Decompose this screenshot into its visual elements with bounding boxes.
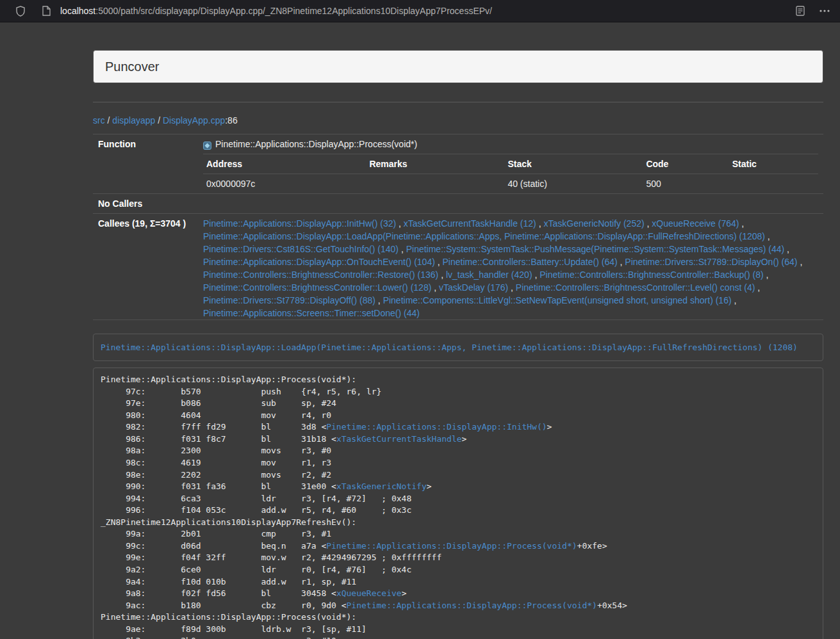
selected-symbol-link[interactable]: Pinetime::Applications::DisplayApp::Load… — [101, 343, 798, 352]
callee-separator: , — [798, 257, 803, 267]
page-icon[interactable] — [38, 3, 54, 19]
callee-separator: , — [618, 257, 625, 267]
browser-toolbar: localhost:5000/path/src/displayapp/Displ… — [0, 0, 840, 22]
url-path: :5000/path/src/displayapp/DisplayApp.cpp… — [95, 6, 492, 16]
callee-link[interactable]: xTaskGenericNotify (252) — [543, 218, 644, 229]
static-cell — [729, 174, 818, 194]
function-name: Pinetime::Applications::DisplayApp::Proc… — [215, 138, 417, 150]
metrics-header-row: Address Remarks Stack Code Static — [203, 154, 818, 174]
callee-link[interactable]: Pinetime::Controllers::BrightnessControl… — [203, 282, 431, 293]
callee-separator: , — [399, 244, 406, 254]
code-symbol-link[interactable]: xQueueReceive — [336, 588, 402, 598]
callee-separator: , — [375, 295, 383, 305]
breadcrumb-link[interactable]: src — [93, 115, 105, 125]
breadcrumb-separator: / — [105, 115, 113, 125]
url-bar[interactable]: localhost:5000/path/src/displayapp/Displ… — [60, 6, 492, 16]
callee-link[interactable]: xQueueReceive (764) — [652, 218, 739, 229]
code-symbol-link[interactable]: xTaskGenericNotify — [336, 481, 427, 491]
code-symbol-link[interactable]: xTaskGetCurrentTaskHandle — [336, 434, 462, 444]
url-host: localhost — [60, 6, 95, 16]
page-title: Puncover — [105, 60, 811, 74]
code-symbol-link[interactable]: Pinetime::Applications::DisplayApp::Init… — [326, 422, 547, 432]
callee-separator: , — [765, 231, 770, 241]
callee-link[interactable]: Pinetime::Controllers::BrightnessControl… — [203, 270, 438, 280]
function-type-icon — [203, 140, 211, 149]
col-static: Static — [729, 154, 818, 174]
function-row: Function Pinetime::Applications::Display… — [93, 134, 823, 194]
selected-symbol-box: Pinetime::Applications::DisplayApp::Load… — [93, 334, 823, 361]
callee-link[interactable]: Pinetime::Drivers::St7789::DisplayOn() (… — [625, 257, 797, 267]
callee-separator: , — [784, 244, 789, 254]
callee-separator: , — [435, 257, 443, 267]
callee-link[interactable]: Pinetime::Drivers::St7789::DisplayOff() … — [203, 295, 375, 305]
no-callers-label: No Callers — [93, 194, 198, 214]
callee-separator: , — [536, 218, 544, 229]
function-table: Function Pinetime::Applications::Display… — [93, 134, 823, 320]
address-cell: 0x0000097c — [203, 174, 366, 194]
breadcrumb-link[interactable]: DisplayApp.cpp — [163, 115, 225, 125]
callee-link[interactable]: Pinetime::System::SystemTask::PushMessag… — [406, 244, 785, 254]
callee-separator: , — [732, 295, 737, 305]
metrics-value-row: 0x0000097c 40 (static) 500 — [203, 174, 818, 194]
callees-row: Callees (19, Σ=3704 ) Pinetime::Applicat… — [93, 214, 823, 320]
col-remarks: Remarks — [366, 154, 504, 174]
disassembly-block: Pinetime::Applications::DisplayApp::Proc… — [93, 368, 823, 639]
col-code: Code — [643, 154, 729, 174]
callee-separator: , — [396, 218, 404, 229]
callee-separator: , — [755, 282, 760, 293]
tracking-protection-shield-icon[interactable] — [13, 3, 28, 19]
callee-link[interactable]: xTaskGetCurrentTaskHandle (12) — [404, 218, 536, 229]
breadcrumb-separator: / — [155, 115, 163, 125]
stack-cell: 40 (static) — [504, 174, 643, 194]
breadcrumb: src / displayapp / DisplayApp.cpp:86 — [93, 114, 823, 127]
callees-list: Pinetime::Applications::DisplayApp::Init… — [198, 214, 823, 320]
callee-link[interactable]: lv_task_handler (420) — [446, 270, 532, 280]
more-options-icon[interactable] — [817, 3, 832, 19]
metrics-table: Address Remarks Stack Code Static 0x0000… — [203, 154, 818, 193]
callee-link[interactable]: vTaskDelay (176) — [439, 282, 508, 293]
no-callers-content — [198, 194, 823, 214]
function-signature: Pinetime::Applications::DisplayApp::Proc… — [203, 138, 818, 150]
page-container: Puncover src / displayapp / DisplayApp.c… — [93, 22, 823, 639]
col-address: Address — [203, 154, 366, 174]
callee-separator: , — [438, 270, 446, 280]
callee-link[interactable]: Pinetime::Controllers::BrightnessControl… — [516, 282, 755, 293]
function-row-label: Function — [93, 134, 198, 194]
callee-link[interactable]: Pinetime::Components::LittleVgl::SetNewT… — [383, 295, 732, 305]
callee-link[interactable]: Pinetime::Applications::DisplayApp::Init… — [203, 218, 396, 229]
callee-separator: , — [508, 282, 516, 293]
callee-link[interactable]: Pinetime::Controllers::Battery::Update()… — [443, 257, 618, 267]
no-callers-row: No Callers — [93, 194, 823, 214]
code-symbol-link[interactable]: Pinetime::Applications::DisplayApp::Proc… — [347, 601, 597, 610]
callee-separator: , — [645, 218, 652, 229]
callee-separator: , — [739, 218, 744, 229]
callee-separator: , — [764, 270, 769, 280]
code-symbol-link[interactable]: Pinetime::Applications::DisplayApp::Proc… — [326, 541, 577, 551]
callee-separator: , — [431, 282, 439, 293]
callee-link[interactable]: Pinetime::Controllers::BrightnessControl… — [539, 270, 763, 280]
breadcrumb-line-number: :86 — [225, 115, 237, 125]
puncover-header-panel: Puncover — [93, 50, 823, 83]
reader-mode-icon[interactable] — [793, 3, 808, 19]
code-cell: 500 — [643, 174, 729, 194]
callee-link[interactable]: Pinetime::Applications::DisplayApp::OnTo… — [203, 257, 435, 267]
callee-link[interactable]: Pinetime::Applications::DisplayApp::Load… — [203, 231, 765, 241]
callee-separator: , — [532, 270, 540, 280]
callee-link[interactable]: Pinetime::Applications::Screens::Timer::… — [203, 308, 420, 318]
col-stack: Stack — [504, 154, 643, 174]
remarks-cell — [366, 174, 504, 194]
breadcrumb-link[interactable]: displayapp — [112, 115, 155, 125]
callee-link[interactable]: Pinetime::Drivers::Cst816S::GetTouchInfo… — [203, 244, 399, 254]
callees-label: Callees (19, Σ=3704 ) — [93, 214, 198, 320]
divider — [93, 102, 823, 102]
